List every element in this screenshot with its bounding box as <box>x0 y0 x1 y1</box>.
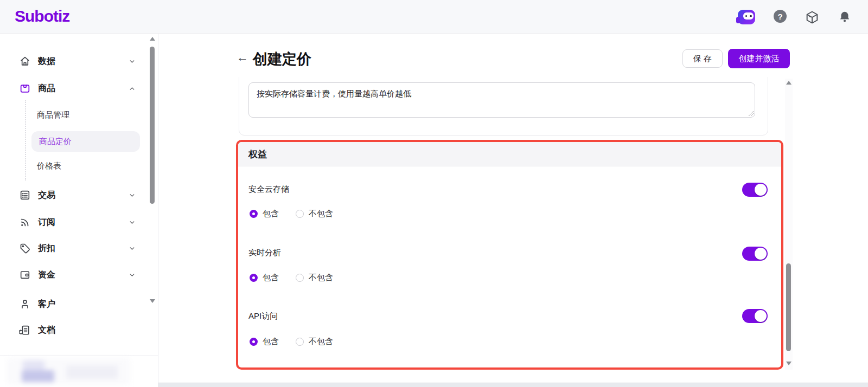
sidebar-item-data[interactable]: 数据 <box>19 54 136 68</box>
sidebar-scrollbar-thumb[interactable] <box>150 47 155 204</box>
radio-exclude-unchecked[interactable] <box>296 274 304 282</box>
sidebar-item-label: 商品 <box>38 83 55 94</box>
sidebar-subitem-price-list[interactable]: 价格表 <box>37 159 61 172</box>
help-icon[interactable]: ? <box>774 10 787 23</box>
content-scrollbar <box>785 79 793 370</box>
benefit-label-realtime-analytics: 实时分析 <box>248 248 281 258</box>
list-icon <box>19 189 31 201</box>
sidebar-item-label: 折扣 <box>38 243 55 254</box>
benefit-options-api-access: 包含 不包含 <box>250 337 333 347</box>
user-profile-blurred[interactable] <box>7 358 130 384</box>
radio-include-label[interactable]: 包含 <box>263 209 279 219</box>
sidebar-subitem-product-management[interactable]: 商品管理 <box>37 108 69 121</box>
sidebar-item-label: 客户 <box>38 299 55 310</box>
sidebar-item-label: 资金 <box>38 269 55 281</box>
save-button[interactable]: 保 存 <box>682 49 723 68</box>
benefit-label-secure-cloud-storage: 安全云存储 <box>248 184 289 195</box>
create-activate-button[interactable]: 创建并激活 <box>728 49 790 68</box>
chevron-down-icon[interactable] <box>129 192 136 199</box>
description-card: 按实际存储容量计费，使用量越高单价越低 <box>239 77 768 136</box>
robot-face <box>743 12 754 20</box>
notifications-bell-icon[interactable] <box>838 10 852 24</box>
sidebar-item-label: 订阅 <box>38 217 55 228</box>
top-header: Subotiz ? <box>0 0 868 34</box>
window-bottom-edge <box>158 383 868 387</box>
sidebar-scrollbar <box>149 36 156 307</box>
back-button[interactable]: ← <box>235 50 250 65</box>
scroll-up-arrow[interactable] <box>150 37 155 41</box>
radio-exclude-unchecked[interactable] <box>296 338 304 346</box>
sidebar-item-products[interactable]: 商品 <box>19 81 136 95</box>
sidebar-item-discounts[interactable]: 折扣 <box>19 241 136 255</box>
benefits-section-header: 权益 <box>238 142 781 166</box>
form-scroll-area: 按实际存储容量计费，使用量越高单价越低 权益 安全云存储 包含 不包含 实时分析… <box>228 77 795 374</box>
app-window: Subotiz ? <box>0 0 868 387</box>
subnav-connector <box>25 100 26 180</box>
package-box-icon <box>19 82 31 94</box>
sidebar-item-customers[interactable]: 客户 <box>19 297 136 311</box>
radio-exclude-label[interactable]: 不包含 <box>309 273 333 283</box>
textarea-resize-grip[interactable] <box>749 111 754 116</box>
chevron-down-icon[interactable] <box>129 58 136 65</box>
chevron-down-icon[interactable] <box>129 245 136 252</box>
sidebar-subitem-product-pricing-active[interactable]: 商品定价 <box>31 131 140 152</box>
benefit-label-api-access: API访问 <box>248 311 278 321</box>
sidebar-nav: 数据 商品 商品管理 商品定价 价格表 交易 <box>0 34 158 387</box>
app-logo[interactable]: Subotiz <box>15 7 69 25</box>
sidebar-item-label: 文档 <box>38 325 55 336</box>
radio-include-checked[interactable] <box>250 210 258 218</box>
sidebar-item-subscriptions[interactable]: 订阅 <box>19 215 136 229</box>
chevron-down-icon[interactable] <box>129 272 136 279</box>
radio-include-label[interactable]: 包含 <box>263 337 279 347</box>
assistant-robot-icon[interactable] <box>738 10 755 24</box>
sidebar-item-label: 交易 <box>38 190 55 201</box>
benefit-options-secure-cloud-storage: 包含 不包含 <box>250 209 333 219</box>
toggle-secure-cloud-storage[interactable] <box>742 183 768 197</box>
radio-include-checked[interactable] <box>250 338 258 346</box>
radio-include-checked[interactable] <box>250 274 258 282</box>
toggle-api-access[interactable] <box>742 309 768 323</box>
sidebar-item-funds[interactable]: 资金 <box>19 268 136 282</box>
home-icon <box>19 55 31 67</box>
tag-icon <box>19 242 31 254</box>
radio-include-label[interactable]: 包含 <box>263 273 279 283</box>
scroll-down-arrow[interactable] <box>150 299 155 303</box>
content-scrollbar-thumb[interactable] <box>786 263 791 351</box>
radio-exclude-unchecked[interactable] <box>296 210 304 218</box>
document-icon <box>19 324 31 336</box>
sidebar-item-transactions[interactable]: 交易 <box>19 188 136 202</box>
user-icon <box>19 298 31 310</box>
sidebar-divider <box>0 355 158 356</box>
robot-ear <box>736 17 740 23</box>
wallet-icon <box>19 269 31 281</box>
chevron-down-icon[interactable] <box>129 219 136 226</box>
sidebar-item-label: 数据 <box>38 56 55 67</box>
package-cube-icon[interactable] <box>805 10 820 25</box>
radio-exclude-label[interactable]: 不包含 <box>309 337 333 347</box>
benefits-section-annotation: 权益 安全云存储 包含 不包含 实时分析 包含 不包含 API访问 <box>236 140 783 370</box>
page-title: 创建定价 <box>253 49 311 69</box>
benefit-options-realtime-analytics: 包含 不包含 <box>250 273 333 283</box>
scroll-up-arrow[interactable] <box>786 81 792 85</box>
scroll-down-arrow[interactable] <box>786 362 792 365</box>
chevron-up-icon[interactable] <box>129 85 136 92</box>
radio-exclude-label[interactable]: 不包含 <box>309 209 333 219</box>
rss-icon <box>19 216 31 228</box>
sidebar-item-documents[interactable]: 文档 <box>19 323 136 337</box>
toggle-realtime-analytics[interactable] <box>742 247 768 261</box>
description-textarea[interactable]: 按实际存储容量计费，使用量越高单价越低 <box>248 82 755 118</box>
